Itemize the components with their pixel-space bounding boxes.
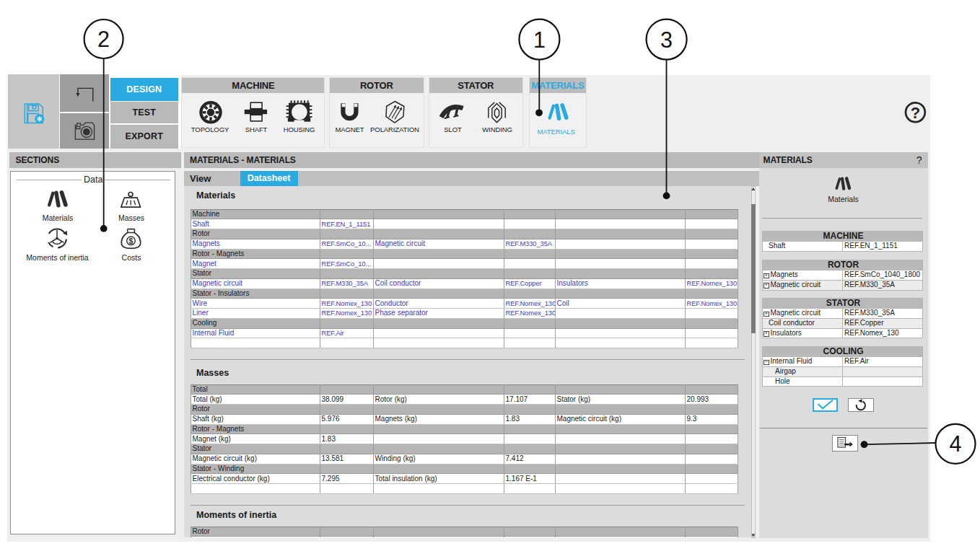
svg-text:3: 3 bbox=[660, 27, 673, 52]
svg-text:2: 2 bbox=[97, 27, 110, 51]
svg-text:1: 1 bbox=[533, 27, 546, 52]
svg-text:4: 4 bbox=[950, 431, 962, 456]
